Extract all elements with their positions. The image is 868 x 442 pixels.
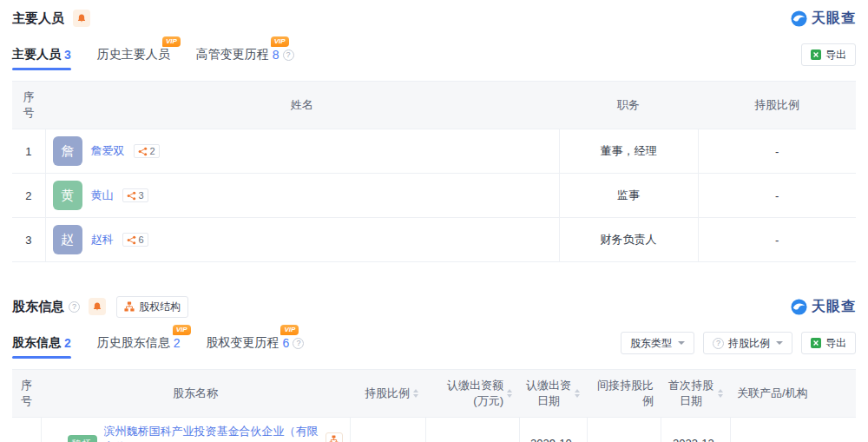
table-row: 2 黄 黄山 3 监事 - (12, 174, 856, 218)
shareholder-cell: + 魏桥 国科 滨州魏桥国科产业投资基金合伙企业（有限合伙） (41, 418, 350, 442)
first-date-cell: 2023-12-25 (661, 418, 730, 442)
tianyancha-logo-icon (791, 10, 807, 27)
position-cell: 监事 (559, 174, 698, 218)
relationship-count-badge[interactable]: 6 (122, 233, 148, 247)
equity-structure-button[interactable]: 股权结构 (116, 296, 188, 318)
shareholder-name-link[interactable]: 滨州魏桥国科产业投资基金合伙企业（有限合伙） (104, 424, 320, 442)
section-header: 股东信息 股权结构 天眼查 (12, 295, 856, 318)
section-header: 主要人员 天眼查 (12, 7, 856, 30)
filter-label: 持股比例 (728, 336, 770, 351)
col-header-label: 首次持股日期 (667, 378, 714, 409)
tianyancha-logo-text: 天眼查 (812, 298, 856, 316)
chevron-down-icon (678, 341, 685, 345)
row-index: 1 (12, 129, 45, 174)
col-header-label: 持股比例 (365, 386, 410, 401)
relationship-icon (127, 235, 136, 245)
equity-structure-mini-button[interactable] (326, 432, 343, 442)
relationship-count: 6 (139, 234, 144, 245)
related-products-cell: 宏华聚信 (730, 418, 856, 442)
person-cell: 黄 黄山 3 (45, 174, 559, 218)
sort-icon (718, 389, 723, 398)
section-title: 主要人员 (12, 10, 64, 27)
sort-icon (413, 389, 418, 398)
col-header-ratio-sortable[interactable]: 持股比例 (350, 370, 425, 418)
table-row: 3 赵 赵科 6 财务负责人 - (12, 218, 856, 262)
shareholder-type-filter[interactable]: 股东类型 (621, 332, 694, 354)
bell-icon (76, 13, 87, 23)
col-header-capital-sortable[interactable]: 认缴出资额(万元) (425, 370, 519, 418)
tab-count: 8 (273, 48, 279, 62)
help-icon[interactable] (283, 49, 294, 61)
col-header-name: 姓名 (45, 82, 559, 129)
help-icon[interactable] (293, 338, 304, 349)
relationship-icon (127, 191, 136, 201)
table-header-row: 序号 姓名 职务 持股比例 (12, 82, 856, 129)
vip-badge: VIP (173, 325, 191, 335)
tianyancha-logo-icon (791, 299, 807, 315)
tianyancha-logo-text: 天眼查 (812, 10, 856, 28)
col-header-position: 职务 (559, 82, 698, 129)
shareholding-cell: - (698, 174, 856, 218)
tab-historical-shareholders[interactable]: 历史股东信息 2 VIP (97, 335, 181, 359)
tab-equity-change-history[interactable]: 股权变更历程 6 VIP (207, 335, 305, 359)
person-name-link[interactable]: 赵科 (91, 232, 114, 247)
section-title: 股东信息 (12, 299, 64, 315)
sort-icon (575, 389, 580, 398)
org-chart-icon (124, 301, 135, 312)
tab-count: 3 (64, 48, 71, 62)
col-header-capital-date-sortable[interactable]: 认缴出资日期 (519, 370, 587, 418)
page: 主要人员 天眼查 主要人员 3 历史主要人员 VIP 高管变更历程 (0, 0, 868, 442)
tab-historical-personnel[interactable]: 历史主要人员 VIP (97, 47, 170, 70)
bell-icon (92, 301, 102, 312)
shareholding-ratio-filter[interactable]: 持股比例 (703, 332, 792, 354)
help-icon (713, 338, 724, 349)
section-key-personnel: 主要人员 天眼查 主要人员 3 历史主要人员 VIP 高管变更历程 (12, 7, 856, 262)
capital-date-cell: 2029-10-07 (519, 418, 587, 442)
shareholder-tabs-row: 股东信息 2 历史股东信息 2 VIP 股权变更历程 6 VIP 股东类型 (12, 332, 856, 359)
relationship-count-badge[interactable]: 2 (134, 144, 160, 158)
tab-count: 2 (64, 336, 71, 350)
personnel-tabs: 主要人员 3 历史主要人员 VIP 高管变更历程 8 VIP (12, 47, 294, 70)
relationship-count-badge[interactable]: 3 (122, 188, 148, 202)
notification-bell-button[interactable] (73, 10, 90, 27)
relationship-icon (138, 147, 148, 156)
person-cell: 赵 赵科 6 (45, 218, 559, 262)
person-name-link[interactable]: 詹爱双 (91, 143, 125, 159)
org-chart-icon (329, 435, 339, 442)
sort-icon (507, 389, 512, 398)
table-row: 1 + 魏桥 国科 滨州魏桥国科产业投资基金合伙企业（有限合伙） (12, 418, 856, 442)
tab-label: 股东信息 (12, 335, 61, 351)
export-label: 导出 (825, 48, 846, 63)
indirect-ratio-cell: 49.708% (587, 418, 661, 442)
personnel-tabs-row: 主要人员 3 历史主要人员 VIP 高管变更历程 8 VIP 导出 (12, 43, 856, 70)
help-icon[interactable] (69, 301, 80, 313)
col-header-index: 序号 (12, 82, 45, 129)
col-header-label: 认缴出资日期 (526, 378, 571, 409)
personnel-table: 序号 姓名 职务 持股比例 1 詹 詹爱双 2 (12, 81, 856, 262)
export-label: 导出 (825, 336, 846, 351)
avatar: 詹 (53, 136, 82, 166)
vip-badge: VIP (280, 325, 299, 335)
export-button[interactable]: 导出 (801, 43, 856, 66)
tab-shareholder-info[interactable]: 股东信息 2 (12, 335, 71, 359)
export-button[interactable]: 导出 (801, 332, 856, 354)
row-index: 3 (12, 218, 45, 262)
relationship-count: 3 (139, 190, 144, 201)
tab-label: 高管变更历程 (196, 47, 269, 63)
avatar: 魏桥 国科 (68, 435, 97, 442)
notification-bell-button[interactable] (89, 298, 106, 315)
person-cell: 詹 詹爱双 2 (45, 129, 559, 174)
col-header-shareholding: 持股比例 (698, 82, 856, 129)
tab-executive-change-history[interactable]: 高管变更历程 8 VIP (196, 47, 294, 70)
table-header-row: 序号 股东名称 持股比例 认缴出资额(万元) 认缴出资日期 间接持股比例 首次持… (12, 370, 856, 418)
shareholder-table: 序号 股东名称 持股比例 认缴出资额(万元) 认缴出资日期 间接持股比例 首次持… (12, 369, 856, 442)
person-name-link[interactable]: 黄山 (91, 188, 114, 203)
tab-label: 主要人员 (12, 47, 61, 63)
position-cell: 财务负责人 (559, 218, 698, 262)
tab-label: 历史股东信息 (97, 335, 170, 351)
col-header-first-date-sortable[interactable]: 首次持股日期 (661, 370, 730, 418)
tab-key-personnel[interactable]: 主要人员 3 (12, 47, 71, 70)
col-header-label: 认缴出资额(万元) (432, 378, 503, 409)
vip-badge: VIP (162, 36, 181, 47)
excel-export-icon (811, 49, 821, 60)
